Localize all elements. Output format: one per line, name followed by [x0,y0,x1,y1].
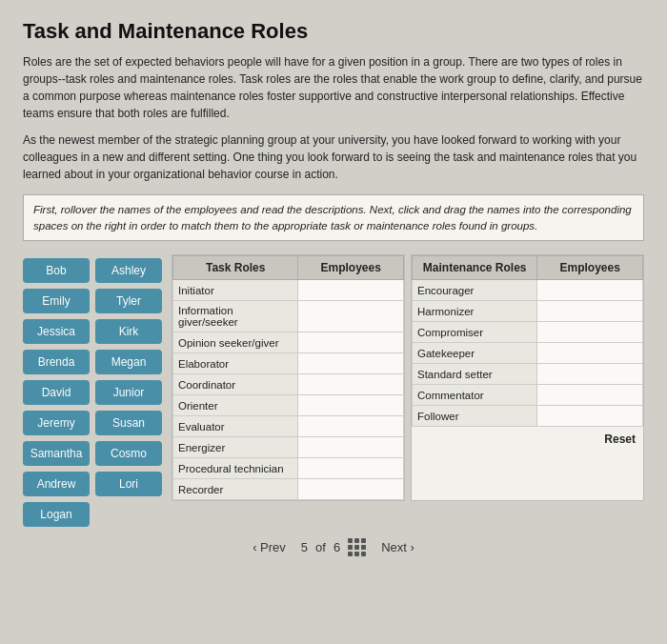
task-role-row: Energizer [173,437,404,458]
task-role-row: Orienter [173,395,404,416]
bottom-nav: ‹ Prev 5 of 6 Next › [23,538,644,556]
task-emp-cell[interactable] [298,416,404,437]
maint-role-row: Follower [413,406,643,427]
next-button[interactable]: Next › [381,540,414,554]
page-info: 5 of 6 [301,538,366,556]
task-emp-cell[interactable] [298,437,404,458]
task-role-row: Information giver/seeker [173,301,404,332]
page-of: of [315,540,326,554]
maint-role-row: Harmonizer [413,301,643,322]
maint-role-name: Harmonizer [413,301,537,322]
name-btn-junior[interactable]: Junior [95,380,162,405]
next-label: Next [381,540,410,554]
page-total: 6 [334,540,340,554]
page-current: 5 [301,540,308,554]
name-btn-jeremy[interactable]: Jeremy [23,411,90,435]
reset-button[interactable]: Reset [604,433,636,446]
main-area: BobAshleyEmilyTylerJessicaKirkBrendaMega… [23,254,644,527]
task-role-name: Information giver/seeker [173,301,298,332]
grid-icon[interactable] [348,538,366,556]
intro-paragraph: Roles are the set of expected behaviors … [23,53,644,122]
maint-role-name: Commentator [413,385,537,406]
maint-emp-cell[interactable] [537,301,643,322]
task-emp-cell[interactable] [298,374,404,395]
maint-role-name: Standard setter [413,364,537,385]
task-role-row: Recorder [173,479,404,500]
task-role-row: Initiator [173,280,404,301]
name-btn-bob[interactable]: Bob [23,258,90,283]
task-role-row: Coordinator [173,374,404,395]
task-roles-table: Task Roles Employees InitiatorInformatio… [172,254,405,501]
task-roles-header: Task Roles [173,256,298,280]
maint-emp-cell[interactable] [537,385,643,406]
maintenance-roles-header: Maintenance Roles [413,256,537,280]
task-role-name: Energizer [173,437,298,458]
name-btn-megan[interactable]: Megan [95,350,162,374]
name-btn-samantha[interactable]: Samantha [23,441,90,466]
task-role-name: Orienter [173,395,298,416]
prev-label: Prev [260,540,286,554]
task-role-name: Opinion seeker/giver [173,332,298,353]
task-role-name: Evaluator [173,416,298,437]
maint-emp-cell[interactable] [537,322,643,343]
name-btn-lori[interactable]: Lori [95,472,162,496]
maint-role-row: Commentator [413,385,643,406]
scenario-paragraph: As the newest member of the strategic pl… [23,131,644,183]
task-emp-cell[interactable] [298,458,404,479]
task-role-name: Procedural technician [173,458,298,479]
maint-role-name: Encourager [413,280,537,301]
task-emp-cell[interactable] [298,479,404,500]
maint-emp-cell[interactable] [537,343,643,364]
maint-role-row: Encourager [413,280,643,301]
task-role-row: Opinion seeker/giver [173,332,404,353]
maintenance-roles-table: Maintenance Roles Employees EncouragerHa… [411,254,644,501]
maint-emp-cell[interactable] [537,406,643,427]
maint-role-row: Standard setter [413,364,643,385]
task-role-row: Elaborator [173,353,404,374]
page-title: Task and Maintenance Roles [23,19,644,44]
prev-button[interactable]: ‹ Prev [253,540,286,554]
prev-arrow-icon: ‹ [253,540,256,554]
maint-role-row: Compromiser [413,322,643,343]
task-emp-cell[interactable] [298,353,404,374]
maintenance-employees-header: Employees [537,256,643,280]
name-btn-emily[interactable]: Emily [23,289,90,313]
maint-role-row: Gatekeeper [413,343,643,364]
instruction-box: First, rollover the names of the employe… [23,194,644,241]
name-btn-ashley[interactable]: Ashley [95,258,162,283]
tables-wrapper: Task Roles Employees InitiatorInformatio… [172,254,644,501]
task-role-name: Initiator [173,280,298,301]
maint-role-name: Gatekeeper [413,343,537,364]
name-btn-brenda[interactable]: Brenda [23,350,90,374]
maint-role-name: Compromiser [413,322,537,343]
name-btn-david[interactable]: David [23,380,90,405]
maint-role-name: Follower [413,406,537,427]
name-btn-susan[interactable]: Susan [95,411,162,435]
task-role-name: Coordinator [173,374,298,395]
task-role-name: Recorder [173,479,298,500]
name-grid: BobAshleyEmilyTylerJessicaKirkBrendaMega… [23,258,162,527]
name-btn-cosmo[interactable]: Cosmo [95,441,162,466]
task-role-row: Procedural technician [173,458,404,479]
name-btn-kirk[interactable]: Kirk [95,319,162,344]
next-arrow-icon: › [411,540,414,554]
name-btn-jessica[interactable]: Jessica [23,319,90,344]
task-emp-cell[interactable] [298,301,404,332]
name-btn-tyler[interactable]: Tyler [95,289,162,313]
maint-emp-cell[interactable] [537,280,643,301]
task-role-row: Evaluator [173,416,404,437]
name-btn-logan[interactable]: Logan [23,502,90,527]
task-emp-cell[interactable] [298,332,404,353]
task-employees-header: Employees [298,256,404,280]
maint-emp-cell[interactable] [537,364,643,385]
name-btn-andrew[interactable]: Andrew [23,472,90,496]
task-emp-cell[interactable] [298,395,404,416]
task-role-name: Elaborator [173,353,298,374]
task-emp-cell[interactable] [298,280,404,301]
